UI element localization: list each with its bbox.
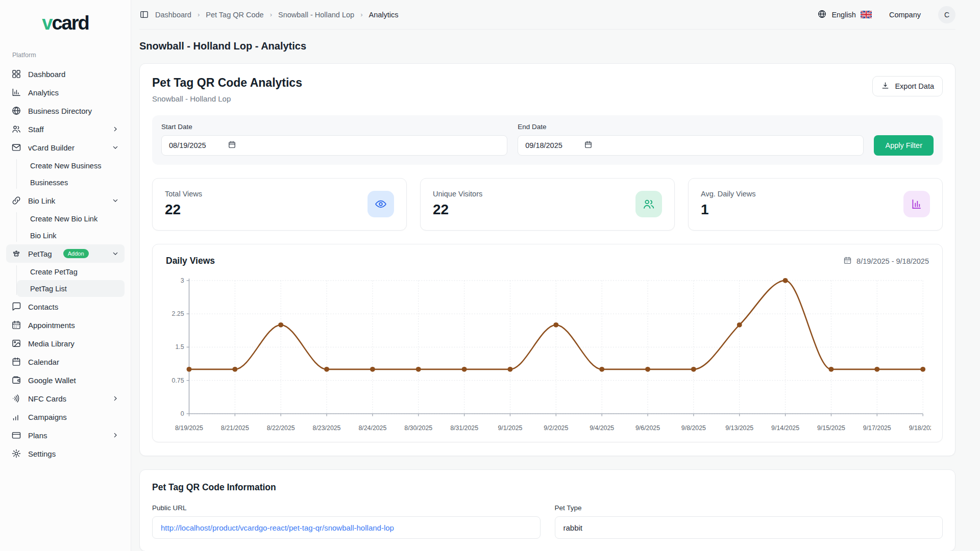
svg-text:8/22/2025: 8/22/2025 [267,424,295,432]
plans-icon [11,430,21,440]
sidebar-subnav-pettag: Create PetTagPetTag List [16,263,125,297]
stat-texts: Avg. Daily Views1 [701,190,755,218]
download-icon [881,81,890,91]
svg-text:1.5: 1.5 [175,343,184,350]
pet-tag-info-grid: Public URL http://localhost/product/vcar… [152,504,943,539]
pet-type-field: Pet Type rabbit [555,504,943,539]
language-selector[interactable]: English [817,9,872,20]
staff-icon [11,124,21,134]
stat-value: 1 [701,202,755,218]
chevron-right-icon [111,125,119,133]
breadcrumb-separator: › [360,11,362,18]
stat-card-unique-visitors: Unique Visitors22 [420,178,675,231]
public-url-link[interactable]: http://localhost/product/vcardgo-react/p… [161,523,394,532]
chevron-right-icon [111,431,119,439]
uk-flag-icon [861,11,872,18]
analytics-title: Pet Tag QR Code Analytics [152,76,302,90]
daily-views-card: Daily Views 8/19/2025 - 9/18/2025 00.751… [152,244,943,442]
sidebar-item-contacts[interactable]: Contacts [6,297,125,316]
sidebar-subitem-bio-link[interactable]: Bio Link [17,227,125,244]
breadcrumb-pet-tag-qr-code[interactable]: Pet Tag QR Code [206,11,263,19]
sidebar-item-label: Media Library [28,339,75,348]
main-area: Dashboard›Pet Tag QR Code›Snowball - Hol… [131,0,980,551]
sidebar-item-label: Google Wallet [28,376,76,385]
stat-label: Avg. Daily Views [701,190,755,198]
sidebar-item-dashboard[interactable]: Dashboard [6,65,125,83]
public-url-field: Public URL http://localhost/product/vcar… [152,504,541,539]
sidebar-item-label: Contacts [28,303,58,311]
sidebar-subitem-create-new-business[interactable]: Create New Business [17,157,125,174]
svg-text:9/18/2025: 9/18/2025 [909,424,931,432]
campaigns-icon [11,412,21,422]
start-date-label: Start Date [161,123,507,131]
stat-texts: Unique Visitors22 [433,190,482,218]
media-library-icon [11,338,21,348]
chevron-right-icon [111,394,119,403]
sidebar-item-nfc-cards[interactable]: NFC Cards [6,389,125,408]
page-title: Snowball - Holland Lop - Analytics [139,40,955,52]
chart-title: Daily Views [166,256,215,266]
start-date-input[interactable]: 08/19/2025 [161,135,507,156]
sidebar-item-calendar[interactable]: Calendar [6,353,125,371]
breadcrumb-snowball-holland-lop[interactable]: Snowball - Holland Lop [278,11,354,19]
sidebar-nav: DashboardAnalyticsBusiness DirectoryStaf… [6,65,125,463]
public-url-label: Public URL [152,504,541,512]
svg-text:8/30/2025: 8/30/2025 [404,424,432,432]
sidebar-item-analytics[interactable]: Analytics [6,83,125,102]
end-date-input[interactable]: 09/18/2025 [518,135,864,156]
avatar[interactable]: C [938,6,955,23]
globe-icon [817,9,827,20]
svg-text:0: 0 [181,410,184,417]
start-date-field: Start Date 08/19/2025 [161,123,507,156]
breadcrumb-separator: › [198,11,200,18]
calendar-icon [11,357,21,367]
pet-tag-info-title: Pet Tag QR Code Information [152,482,943,493]
sidebar-item-media-library[interactable]: Media Library [6,334,125,353]
svg-text:8/31/2025: 8/31/2025 [450,424,478,432]
sidebar-subitem-pettag-list[interactable]: PetTag List [17,280,125,297]
sidebar-subitem-businesses[interactable]: Businesses [17,174,125,191]
svg-text:9/2/2025: 9/2/2025 [544,424,568,432]
breadcrumb-analytics[interactable]: Analytics [369,11,398,19]
sidebar-item-label: Analytics [28,88,59,97]
sidebar-item-staff[interactable]: Staff [6,120,125,138]
sidebar-item-label: NFC Cards [28,394,66,403]
daily-views-line-chart: 00.751.52.2538/19/20258/21/20258/22/2025… [164,273,931,435]
sidebar-item-bio-link[interactable]: Bio Link [6,191,125,210]
sidebar-item-plans[interactable]: Plans [6,426,125,444]
apply-filter-button[interactable]: Apply Filter [874,135,934,156]
stat-card-avg-daily-views: Avg. Daily Views1 [688,178,943,231]
sidebar-item-google-wallet[interactable]: Google Wallet [6,371,125,389]
logo-accent: v [42,12,52,34]
breadcrumb-dashboard[interactable]: Dashboard [155,11,191,19]
sidebar-item-campaigns[interactable]: Campaigns [6,408,125,426]
sidebar-toggle-icon[interactable] [139,10,149,19]
svg-text:9/4/2025: 9/4/2025 [590,424,614,432]
stat-label: Unique Visitors [433,190,482,198]
sidebar-item-appointments[interactable]: Appointments [6,316,125,334]
pettag-icon [11,248,21,259]
sidebar-item-label: Settings [28,449,56,458]
sidebar-subitem-create-new-bio-link[interactable]: Create New Bio Link [17,210,125,227]
eye-icon [368,191,394,217]
export-data-button[interactable]: Export Data [872,76,943,96]
analytics-card-titles: Pet Tag QR Code Analytics Snowball - Hol… [152,76,302,103]
export-data-label: Export Data [895,82,934,90]
svg-text:8/23/2025: 8/23/2025 [313,424,341,432]
pet-type-value: rabbit [564,523,583,532]
sidebar-item-label: Appointments [28,321,75,330]
svg-text:3: 3 [181,277,184,284]
chevron-down-icon [111,143,119,152]
sidebar-item-label: Staff [28,125,44,134]
sidebar-subitem-create-pettag[interactable]: Create PetTag [17,263,125,280]
date-filter: Start Date 08/19/2025 End Date 09/18/202… [152,115,943,165]
pet-type-box: rabbit [555,516,943,539]
topbar: Dashboard›Pet Tag QR Code›Snowball - Hol… [139,0,955,30]
svg-text:0.75: 0.75 [172,377,184,384]
sidebar-item-settings[interactable]: Settings [6,444,125,463]
sidebar-item-vcard-builder[interactable]: vCard Builder [6,138,125,157]
stat-label: Total Views [165,190,202,198]
pet-tag-info-card: Pet Tag QR Code Information Public URL h… [139,469,955,551]
sidebar-item-business-directory[interactable]: Business Directory [6,102,125,120]
sidebar-item-pettag[interactable]: PetTagAddon [6,244,125,263]
